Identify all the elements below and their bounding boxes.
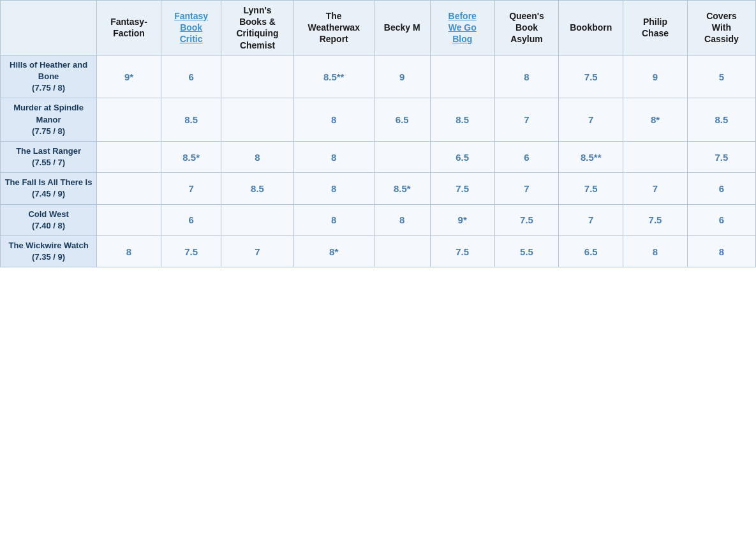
table-row: Murder at Spindle Manor(7.75 / 8)8.586.5… [1,98,756,142]
cell-row1-fantasy-faction [97,98,161,142]
cell-row4-bookborn: 7 [559,204,623,235]
cell-row4-becky: 8 [374,204,430,235]
cell-row0-lynn [221,55,293,98]
header-qba: Queen'sBookAsylum [494,1,559,56]
cell-row0-qba: 8 [494,55,559,98]
cell-row4-fbc: 6 [161,204,221,235]
cell-row1-bookborn: 7 [559,98,623,142]
cell-row4-lynn [221,204,293,235]
header-fantasy-faction: Fantasy-Faction [97,1,161,56]
cell-row4-book: Cold West(7.40 / 8) [1,204,97,235]
header-report: TheWeatherwaxReport [293,1,374,56]
cell-row2-philip [623,141,688,172]
cell-row2-becky [374,141,430,172]
cell-row1-cassidy: 8.5 [687,98,755,142]
table-row: The Wickwire Watch(7.35 / 9)87.578*7.55.… [1,236,756,267]
cell-row5-book: The Wickwire Watch(7.35 / 9) [1,236,97,267]
cell-row5-fbc: 7.5 [161,236,221,267]
cell-row0-bookborn: 7.5 [559,55,623,98]
cell-row5-lynn: 7 [221,236,293,267]
cell-row3-philip: 7 [623,173,688,204]
table-row: The Fall Is All There Is(7.45 / 9)78.588… [1,173,756,204]
cell-row0-fantasy-faction: 9* [97,55,161,98]
cell-row2-lynn: 8 [221,141,293,172]
cell-row1-book: Murder at Spindle Manor(7.75 / 8) [1,98,97,142]
cell-row3-becky: 8.5* [374,173,430,204]
cell-row0-report: 8.5** [293,55,374,98]
header-lynn: Lynn'sBooks &CritiquingChemist [221,1,293,56]
cell-row1-bwgb: 8.5 [430,98,494,142]
cell-row2-report: 8 [293,141,374,172]
cell-row4-cassidy: 6 [687,204,755,235]
cell-row5-cassidy: 8 [687,236,755,267]
cell-row0-book: Hills of Heather and Bone(7.75 / 8) [1,55,97,98]
ratings-table-wrapper: Fantasy-FactionFantasyBookCriticLynn'sBo… [0,0,756,267]
table-row: Cold West(7.40 / 8)6889*7.577.56 [1,204,756,235]
cell-row2-qba: 6 [494,141,559,172]
header-book [1,1,97,56]
cell-row0-philip: 9 [623,55,688,98]
cell-row2-bwgb: 6.5 [430,141,494,172]
cell-row3-fantasy-faction [97,173,161,204]
cell-row3-cassidy: 6 [687,173,755,204]
cell-row5-philip: 8 [623,236,688,267]
cell-row1-qba: 7 [494,98,559,142]
cell-row4-qba: 7.5 [494,204,559,235]
cell-row0-becky: 9 [374,55,430,98]
ratings-table: Fantasy-FactionFantasyBookCriticLynn'sBo… [0,0,756,267]
cell-row5-report: 8* [293,236,374,267]
cell-row1-becky: 6.5 [374,98,430,142]
header-bwgb[interactable]: BeforeWe GoBlog [430,1,494,56]
cell-row2-cassidy: 7.5 [687,141,755,172]
cell-row3-lynn: 8.5 [221,173,293,204]
cell-row4-fantasy-faction [97,204,161,235]
cell-row0-fbc: 6 [161,55,221,98]
cell-row3-bwgb: 7.5 [430,173,494,204]
cell-row3-qba: 7 [494,173,559,204]
cell-row2-bookborn: 8.5** [559,141,623,172]
cell-row3-book: The Fall Is All There Is(7.45 / 9) [1,173,97,204]
cell-row1-fbc: 8.5 [161,98,221,142]
cell-row3-report: 8 [293,173,374,204]
cell-row3-fbc: 7 [161,173,221,204]
table-row: The Last Ranger(7.55 / 7)8.5*886.568.5**… [1,141,756,172]
cell-row0-cassidy: 5 [687,55,755,98]
cell-row2-fbc: 8.5* [161,141,221,172]
cell-row5-bwgb: 7.5 [430,236,494,267]
table-row: Hills of Heather and Bone(7.75 / 8)9*68.… [1,55,756,98]
header-becky: Becky M [374,1,430,56]
cell-row5-qba: 5.5 [494,236,559,267]
header-philip: PhilipChase [623,1,688,56]
cell-row0-bwgb [430,55,494,98]
cell-row4-philip: 7.5 [623,204,688,235]
header-bookborn: Bookborn [559,1,623,56]
cell-row2-fantasy-faction [97,141,161,172]
header-fbc[interactable]: FantasyBookCritic [161,1,221,56]
cell-row4-bwgb: 9* [430,204,494,235]
cell-row1-report: 8 [293,98,374,142]
header-cassidy: CoversWithCassidy [687,1,755,56]
cell-row1-philip: 8* [623,98,688,142]
cell-row1-lynn [221,98,293,142]
cell-row3-bookborn: 7.5 [559,173,623,204]
cell-row2-book: The Last Ranger(7.55 / 7) [1,141,97,172]
cell-row5-fantasy-faction: 8 [97,236,161,267]
cell-row4-report: 8 [293,204,374,235]
cell-row5-bookborn: 6.5 [559,236,623,267]
cell-row5-becky [374,236,430,267]
